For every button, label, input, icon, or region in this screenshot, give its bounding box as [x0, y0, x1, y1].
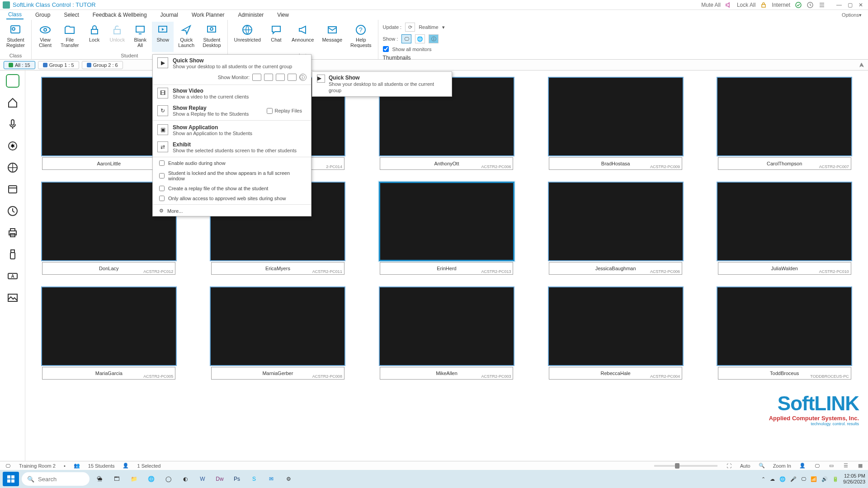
monitor-1-icon[interactable]	[252, 74, 261, 81]
view-list-icon[interactable]: ▭	[828, 463, 835, 469]
student-register-button[interactable]: Student Register	[3, 22, 28, 52]
tray-wifi-icon[interactable]: 📶	[811, 476, 817, 482]
chevron-down-icon[interactable]: ▾	[442, 24, 445, 30]
dd-show-application[interactable]: ▣ Show ApplicationShow an Application to…	[153, 122, 311, 139]
rail-window-icon[interactable]	[6, 183, 19, 196]
tray-display-icon[interactable]: 🖵	[801, 476, 806, 482]
tb-word-icon[interactable]: W	[195, 472, 210, 486]
student-desktop-button[interactable]: Student Desktop	[199, 22, 224, 52]
show-mode-info-icon[interactable]: ⓘ	[429, 34, 439, 43]
rail-image-icon[interactable]	[6, 291, 19, 305]
student-screen[interactable]	[548, 182, 684, 261]
student-thumbnail[interactable]: CarolThompson ACSTR2-PC007	[710, 77, 859, 170]
rail-clock-icon[interactable]	[6, 204, 19, 218]
tray-globe-icon[interactable]: 🌐	[779, 476, 786, 482]
monitor-3-icon[interactable]	[276, 74, 285, 81]
student-screen[interactable]	[548, 77, 684, 156]
update-value[interactable]: Realtime	[419, 24, 438, 30]
rail-globe-icon[interactable]	[6, 161, 19, 174]
student-screen[interactable]	[210, 286, 345, 366]
menu-administer[interactable]: Administer	[236, 11, 265, 19]
student-thumbnail[interactable]: MariaGarcia ACSTR2-PC005	[34, 286, 184, 380]
show-all-monitors-checkbox[interactable]	[383, 46, 389, 52]
rail-monitor-icon[interactable]	[6, 74, 19, 88]
help-requests-button[interactable]: ?Help Requests	[347, 22, 375, 52]
announce-button[interactable]: Announce	[288, 22, 318, 52]
tb-weather-icon[interactable]: 🌦	[92, 472, 107, 486]
dd-check-audio[interactable]: Enable audio during show	[153, 158, 311, 168]
auto-label[interactable]: Auto	[740, 463, 750, 469]
rail-print-icon[interactable]	[6, 226, 19, 239]
group-tab-2[interactable]: Group 2 : 6	[82, 61, 123, 69]
tray-mic-icon[interactable]: 🎤	[790, 476, 797, 482]
menu-select[interactable]: Select	[62, 11, 80, 19]
monitor-info-icon[interactable]: ⓘ	[299, 74, 307, 81]
tray-volume-icon[interactable]: 🔊	[821, 476, 828, 482]
options-link[interactable]: Options▾	[842, 12, 862, 18]
view-monitor-icon[interactable]: 🖵	[814, 463, 820, 469]
tb-folder-icon[interactable]: 📁	[127, 472, 141, 486]
start-button[interactable]	[3, 472, 19, 486]
rail-home-icon[interactable]	[6, 96, 19, 109]
student-thumbnail[interactable]: RebeccaHale ACSTR2-PC004	[541, 286, 690, 380]
lock-all-label[interactable]: Lock All	[737, 2, 755, 8]
tray-clock[interactable]: 12:05 PM 9/26/2023	[843, 473, 865, 485]
tb-skype-icon[interactable]: S	[247, 472, 261, 486]
thumbnail-area[interactable]: AaronLittle 2-PC014 AnthonyOtt ACSTR2-PC…	[25, 70, 868, 461]
tray-battery-icon[interactable]: 🔋	[832, 476, 839, 482]
maximize-button[interactable]: ▢	[845, 1, 854, 9]
menu-journal[interactable]: Journal	[159, 11, 180, 19]
zoom-label[interactable]: Zoom In	[773, 463, 791, 469]
mute-all-label[interactable]: Mute All	[701, 2, 721, 8]
view-client-button[interactable]: View Client	[34, 22, 56, 52]
show-mode-globe-icon[interactable]: 🌐	[415, 34, 425, 43]
student-thumbnail[interactable]: JuliaWalden ACSTR2-PC010	[710, 182, 859, 275]
lock-button[interactable]: Lock	[84, 22, 105, 52]
update-mode-icon[interactable]: ⟳	[405, 23, 415, 32]
tb-app1-icon[interactable]: ◐	[178, 472, 193, 486]
tb-chrome-icon[interactable]: ◯	[161, 472, 175, 486]
show-button[interactable]: Show	[152, 22, 174, 52]
tb-ps-icon[interactable]: Ps	[230, 472, 244, 486]
student-screen[interactable]	[717, 182, 852, 261]
dd-show-replay[interactable]: ↻ Show ReplayShow a Replay file to the S…	[153, 102, 311, 119]
student-thumbnail[interactable]: MikeAllen ACSTR2-PC003	[372, 286, 521, 380]
show-mode-image-icon[interactable]: 🖵	[401, 34, 411, 43]
fit-icon[interactable]: ⛶	[726, 463, 732, 469]
tray-chevron-icon[interactable]: ⌃	[761, 476, 765, 482]
minimize-button[interactable]: —	[835, 1, 844, 9]
view-details-icon[interactable]: ☰	[843, 463, 849, 469]
quick-launch-button[interactable]: Quick Launch	[175, 22, 198, 52]
clock-icon[interactable]	[807, 1, 814, 9]
hamburger-icon[interactable]	[818, 1, 826, 9]
internet-label[interactable]: Internet	[772, 2, 790, 8]
student-screen[interactable]	[717, 286, 852, 366]
rail-mic-icon[interactable]	[6, 117, 19, 131]
dd-check-locked[interactable]: Student is locked and the show appears i…	[153, 168, 311, 183]
student-screen[interactable]	[379, 182, 514, 261]
menu-work-planner[interactable]: Work Planner	[190, 11, 226, 19]
student-thumbnail[interactable]: MarniaGerber ACSTR2-PC008	[203, 286, 353, 380]
student-screen[interactable]	[379, 286, 514, 366]
file-transfer-button[interactable]: File Transfer	[57, 22, 83, 52]
speaker-icon[interactable]	[725, 1, 732, 9]
dd-more[interactable]: ⚙More...	[153, 206, 311, 216]
tray-cloud-icon[interactable]: ☁	[770, 476, 775, 482]
student-thumbnail[interactable]: ToddBroceus TODDBROCEUS-PC	[710, 286, 859, 380]
menu-class[interactable]: Class	[6, 10, 24, 19]
student-screen[interactable]	[717, 77, 852, 156]
close-button[interactable]: ✕	[856, 1, 865, 9]
menu-feedback[interactable]: Feedback & Wellbeing	[91, 11, 149, 19]
menu-group[interactable]: Group	[33, 11, 52, 19]
student-screen[interactable]	[41, 286, 177, 366]
tb-explorer-icon[interactable]: 🗔	[109, 472, 124, 486]
rail-brain-icon[interactable]: ✱	[6, 139, 19, 153]
dd-exhibit[interactable]: ⇄ ExhibitShow the selected students scre…	[153, 139, 311, 156]
monitor-2-icon[interactable]	[264, 74, 273, 81]
zoom-in-icon[interactable]: 🔍	[759, 463, 765, 469]
student-screen[interactable]	[548, 286, 684, 366]
monitor-4-icon[interactable]	[288, 74, 297, 81]
group-tab-all[interactable]: All : 15	[4, 61, 35, 69]
student-thumbnail[interactable]: ErinHerd ACSTR2-PC013	[372, 182, 521, 275]
tb-softlink-icon[interactable]: ⚙	[281, 472, 296, 486]
